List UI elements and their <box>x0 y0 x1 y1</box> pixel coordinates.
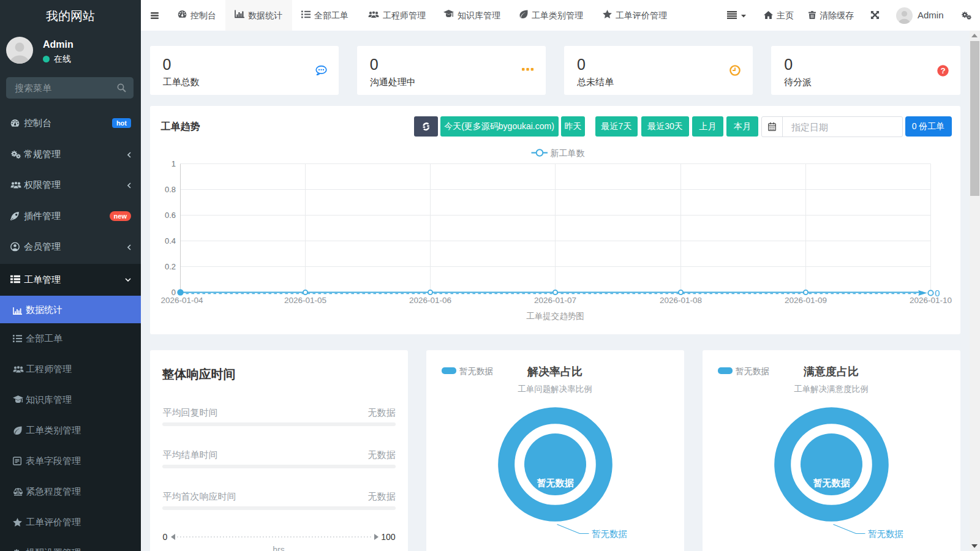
svg-text:2026-01-06: 2026-01-06 <box>409 296 451 305</box>
svg-text:2026-01-05: 2026-01-05 <box>284 296 326 305</box>
svg-text:暂无数据: 暂无数据 <box>537 478 574 488</box>
svg-text:?: ? <box>940 66 945 75</box>
svg-text:0.6: 0.6 <box>164 211 175 220</box>
svg-text:2026-01-10: 2026-01-10 <box>909 296 951 305</box>
svg-text:0: 0 <box>935 288 940 298</box>
svg-text:新工单数: 新工单数 <box>550 148 584 157</box>
svg-text:1: 1 <box>171 159 175 168</box>
svg-text:2026-01-04: 2026-01-04 <box>160 296 203 305</box>
svg-text:0.2: 0.2 <box>164 262 175 271</box>
svg-text:暂无数据: 暂无数据 <box>813 478 850 488</box>
svg-text:工单提交趋势图: 工单提交趋势图 <box>526 312 584 321</box>
svg-text:2026-01-07: 2026-01-07 <box>533 296 576 305</box>
svg-text:暂无数据: 暂无数据 <box>592 528 627 538</box>
svg-text:暂无数据: 暂无数据 <box>868 528 903 538</box>
svg-text:0.8: 0.8 <box>164 185 175 194</box>
svg-text:2026-01-08: 2026-01-08 <box>659 296 701 305</box>
svg-text:0.4: 0.4 <box>164 236 175 246</box>
svg-text:2026-01-09: 2026-01-09 <box>784 296 826 305</box>
